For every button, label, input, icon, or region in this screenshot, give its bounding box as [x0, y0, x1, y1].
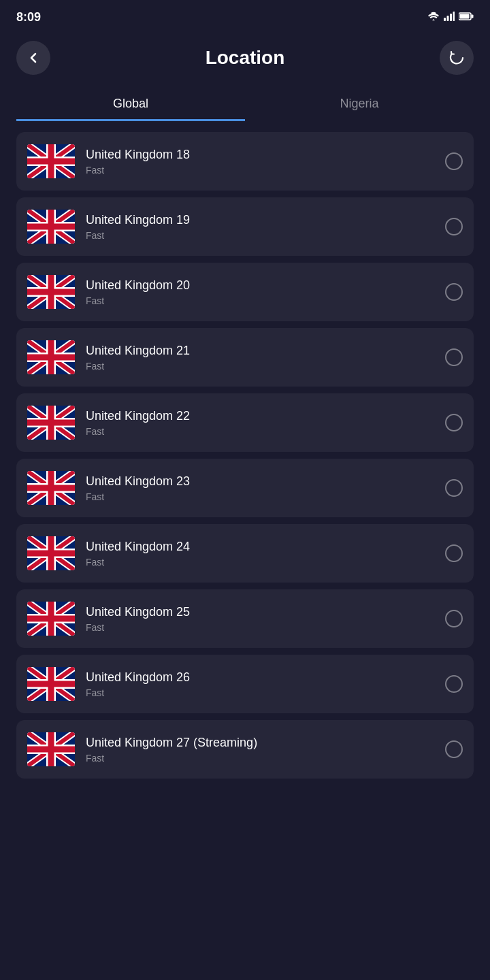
- item-info: United Kingdom 20 Fast: [86, 278, 445, 306]
- svg-rect-33: [27, 289, 75, 295]
- tab-nigeria[interactable]: Nigeria: [245, 88, 474, 121]
- flag-icon: [27, 732, 75, 766]
- item-name: United Kingdom 25: [86, 605, 445, 619]
- svg-rect-5: [460, 14, 470, 19]
- list-item[interactable]: United Kingdom 26 Fast: [16, 655, 474, 713]
- radio-button[interactable]: [445, 283, 463, 301]
- page-title: Location: [206, 47, 285, 69]
- flag-icon: [27, 536, 75, 570]
- list-item[interactable]: United Kingdom 20 Fast: [16, 263, 474, 321]
- flag-icon: [27, 340, 75, 374]
- item-name: United Kingdom 24: [86, 540, 445, 554]
- item-info: United Kingdom 23 Fast: [86, 474, 445, 502]
- radio-button[interactable]: [445, 610, 463, 627]
- svg-rect-60: [27, 485, 75, 491]
- svg-rect-15: [27, 159, 75, 165]
- svg-rect-51: [27, 420, 75, 426]
- item-name: United Kingdom 20: [86, 278, 445, 293]
- item-info: United Kingdom 21 Fast: [86, 344, 445, 372]
- flag-icon: [27, 471, 75, 505]
- item-name: United Kingdom 26: [86, 670, 445, 685]
- item-speed: Fast: [86, 361, 445, 372]
- svg-rect-42: [27, 355, 75, 361]
- signal-icon: [444, 12, 455, 23]
- item-info: United Kingdom 19 Fast: [86, 213, 445, 241]
- svg-rect-3: [453, 12, 455, 21]
- svg-rect-96: [27, 747, 75, 753]
- radio-button[interactable]: [445, 740, 463, 758]
- item-info: United Kingdom 27 (Streaming) Fast: [86, 736, 445, 764]
- svg-rect-69: [27, 551, 75, 557]
- radio-button[interactable]: [445, 414, 463, 431]
- item-speed: Fast: [86, 753, 445, 764]
- refresh-button[interactable]: [440, 41, 474, 75]
- item-speed: Fast: [86, 230, 445, 241]
- item-info: United Kingdom 25 Fast: [86, 605, 445, 633]
- item-info: United Kingdom 26 Fast: [86, 670, 445, 698]
- status-bar: 8:09: [0, 0, 490, 34]
- item-info: United Kingdom 18 Fast: [86, 148, 445, 176]
- list-item[interactable]: United Kingdom 25 Fast: [16, 589, 474, 648]
- item-speed: Fast: [86, 295, 445, 306]
- list-item[interactable]: United Kingdom 22 Fast: [16, 393, 474, 452]
- svg-rect-24: [27, 224, 75, 230]
- wifi-icon: [427, 12, 440, 23]
- svg-rect-0: [444, 18, 446, 21]
- flag-icon: [27, 210, 75, 244]
- list-item[interactable]: United Kingdom 19 Fast: [16, 197, 474, 256]
- tab-global[interactable]: Global: [16, 88, 245, 121]
- tabs-container: Global Nigeria: [0, 88, 490, 121]
- flag-icon: [27, 275, 75, 309]
- item-speed: Fast: [86, 165, 445, 176]
- flag-icon: [27, 406, 75, 440]
- item-speed: Fast: [86, 491, 445, 502]
- list-item[interactable]: United Kingdom 27 (Streaming) Fast: [16, 720, 474, 779]
- item-name: United Kingdom 18: [86, 148, 445, 162]
- flag-icon: [27, 144, 75, 178]
- svg-rect-78: [27, 616, 75, 622]
- radio-button[interactable]: [445, 544, 463, 562]
- status-icons: [427, 12, 474, 23]
- list-item[interactable]: United Kingdom 18 Fast: [16, 132, 474, 191]
- list-item[interactable]: United Kingdom 21 Fast: [16, 328, 474, 387]
- flag-icon: [27, 667, 75, 701]
- svg-rect-1: [447, 16, 449, 21]
- item-speed: Fast: [86, 687, 445, 698]
- item-info: United Kingdom 24 Fast: [86, 540, 445, 568]
- svg-rect-6: [472, 15, 474, 18]
- list-item[interactable]: United Kingdom 23 Fast: [16, 459, 474, 517]
- battery-icon: [459, 12, 474, 22]
- radio-button[interactable]: [445, 675, 463, 693]
- status-time: 8:09: [16, 10, 41, 24]
- item-speed: Fast: [86, 622, 445, 633]
- item-info: United Kingdom 22 Fast: [86, 409, 445, 437]
- header: Location: [0, 34, 490, 88]
- item-name: United Kingdom 22: [86, 409, 445, 423]
- radio-button[interactable]: [445, 218, 463, 235]
- flag-icon: [27, 602, 75, 636]
- item-speed: Fast: [86, 557, 445, 568]
- back-button[interactable]: [16, 41, 50, 75]
- svg-rect-87: [27, 681, 75, 687]
- item-name: United Kingdom 19: [86, 213, 445, 227]
- item-speed: Fast: [86, 426, 445, 437]
- location-list: United Kingdom 18 Fast United Kingdom 1: [0, 132, 490, 785]
- list-item[interactable]: United Kingdom 24 Fast: [16, 524, 474, 583]
- item-name: United Kingdom 23: [86, 474, 445, 489]
- item-name: United Kingdom 21: [86, 344, 445, 358]
- radio-button[interactable]: [445, 348, 463, 366]
- radio-button[interactable]: [445, 479, 463, 497]
- radio-button[interactable]: [445, 152, 463, 170]
- svg-rect-2: [450, 14, 452, 21]
- item-name: United Kingdom 27 (Streaming): [86, 736, 445, 750]
